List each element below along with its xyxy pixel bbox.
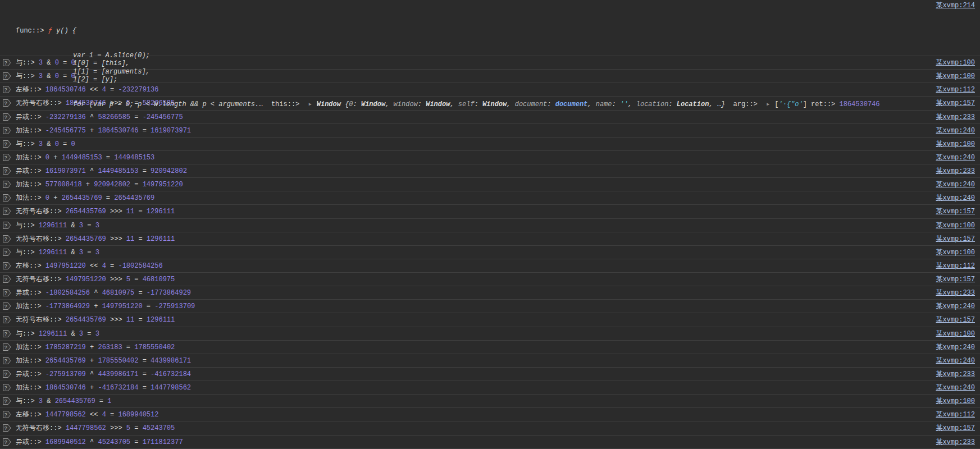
text-segment: 与::> [16, 140, 39, 148]
text-segment: Window [317, 100, 341, 108]
svg-text:?: ? [4, 291, 7, 296]
text-segment: self [458, 100, 475, 108]
svg-text:?: ? [4, 236, 7, 242]
text-segment: << [86, 262, 102, 270]
source-link[interactable]: 某xvmp:214 [936, 2, 975, 10]
text-segment: = [134, 208, 147, 216]
text-segment: = [134, 289, 147, 297]
text-segment: & [43, 397, 55, 405]
unknown-glyph-icon: ? [3, 384, 11, 391]
console-log-row-and: ?与::> 1296111 & 3 = 3某xvmp:100 [0, 327, 980, 341]
source-link[interactable]: 某xvmp:157 [929, 234, 980, 244]
source-link[interactable]: 某xvmp:240 [929, 126, 980, 135]
console-log-row-add: ?加法::> -1773864929 + 1497951220 = -27591… [0, 300, 980, 313]
source-link[interactable]: 某xvmp:100 [929, 329, 980, 338]
console-log-row-unsigned-shift-right: ?无符号右移::> 2654435769 >>> 11 = 1296111某xv… [0, 232, 980, 246]
svg-text:?: ? [4, 318, 7, 323]
text-segment: = [83, 222, 95, 230]
text-segment: 4439986171 [98, 370, 138, 378]
text-segment: name [596, 100, 612, 108]
text-segment: arg::> [733, 100, 758, 108]
text-segment: : [612, 100, 620, 108]
unknown-glyph-icon: ? [3, 208, 11, 215]
log-message: 无符号右移::> 2654435769 >>> 11 = 1296111 [16, 207, 175, 216]
text-segment: >>> [106, 235, 126, 243]
unknown-glyph-icon: ? [3, 438, 11, 446]
source-link[interactable]: 某xvmp:233 [929, 437, 980, 447]
console-log-row-shift-left: ?左移::> 1497951220 << 4 = -1802584256某xvm… [0, 259, 980, 273]
text-segment: 11 [126, 208, 134, 216]
source-link[interactable]: 某xvmp:233 [929, 369, 980, 379]
console-log-row-xor: ?异或::> 1619073971 ^ 1449485153 = 9209428… [0, 164, 980, 178]
text-segment: 加法::> [16, 303, 45, 310]
text-segment: 1497951220 [102, 303, 143, 310]
text-segment: + [86, 127, 98, 135]
source-link[interactable]: 某xvmp:157 [929, 274, 980, 284]
text-segment: >>> [106, 208, 126, 216]
text-segment: = [130, 181, 143, 189]
svg-text:?: ? [4, 88, 7, 93]
function-source-lines: var 1 = A.slice(0);1[0] = [this],1[1] = … [16, 52, 980, 84]
source-link[interactable]: 某xvmp:157 [929, 423, 980, 433]
svg-text:?: ? [4, 141, 7, 147]
source-link[interactable]: 某xvmp:240 [929, 153, 980, 162]
source-link[interactable]: 某xvmp:157 [929, 207, 980, 216]
log-message: 无符号右移::> 2654435769 >>> 11 = 1296111 [16, 315, 175, 324]
text-segment: & [67, 249, 79, 256]
source-link[interactable]: 某xvmp:100 [929, 396, 980, 406]
unknown-glyph-icon: ? [3, 424, 11, 432]
unknown-glyph-icon: ? [3, 113, 11, 121]
text-segment: 1864530746 [840, 100, 880, 108]
function-source-line: 1[2] = [y]; [16, 76, 980, 84]
text-segment: 无符号右移::> [16, 276, 66, 283]
text-segment: -275913709 [154, 303, 195, 310]
console-log-entry-function-dump: 某xvmp:214 func::> ƒ y() { var 1 = A.slic… [0, 0, 980, 56]
source-link[interactable]: 某xvmp:100 [929, 248, 980, 257]
text-segment: 异或::> [16, 167, 45, 175]
text-segment: -245456775 [45, 127, 86, 135]
source-link[interactable]: 某xvmp:240 [929, 342, 980, 352]
text-segment: 加法::> [16, 194, 45, 202]
console-log-row-add: ?加法::> -245456775 + 1864530746 = 1619073… [0, 124, 980, 138]
source-link[interactable]: 某xvmp:240 [929, 356, 980, 365]
text-segment: = [59, 140, 71, 148]
text-segment: 1619073971 [45, 167, 86, 175]
expand-triangle-icon[interactable]: ▶ [765, 102, 771, 107]
source-link[interactable]: 某xvmp:240 [929, 301, 980, 311]
text-segment: 2654435769 [45, 357, 86, 365]
source-link[interactable]: 某xvmp:100 [929, 221, 980, 230]
unknown-glyph-icon: ? [3, 276, 11, 283]
svg-text:?: ? [4, 372, 7, 378]
console-log-row-unsigned-shift-right: ?无符号右移::> 1497951220 >>> 5 = 46810975某xv… [0, 273, 980, 286]
text-segment: 0 [349, 100, 353, 108]
svg-text:?: ? [4, 358, 7, 364]
source-link[interactable]: 某xvmp:157 [929, 315, 980, 324]
svg-text:?: ? [4, 331, 7, 337]
text-segment: = [130, 276, 143, 283]
text-segment: 4 [102, 411, 106, 419]
source-link[interactable]: 某xvmp:233 [929, 288, 980, 297]
log-message: 加法::> -245456775 + 1864530746 = 16190739… [16, 126, 191, 135]
text-segment: Location [677, 100, 709, 108]
console-log-row-unsigned-shift-right: ?无符号右移::> 1447798562 >>> 5 = 45243705某xv… [0, 421, 980, 435]
text-segment: { [341, 100, 349, 108]
source-link[interactable]: 某xvmp:112 [929, 261, 980, 271]
text-segment: 加法::> [16, 357, 45, 365]
source-link[interactable]: 某xvmp:240 [929, 383, 980, 392]
text-segment: 1864530746 [45, 384, 86, 392]
source-link[interactable]: 某xvmp:112 [929, 410, 980, 419]
function-source-line: var 1 = A.slice(0); [16, 52, 980, 60]
unknown-glyph-icon: ? [3, 343, 11, 351]
unknown-glyph-icon: ? [3, 262, 11, 269]
source-link[interactable]: 某xvmp:233 [929, 166, 980, 176]
source-link[interactable]: 某xvmp:240 [929, 180, 980, 189]
text-segment: + [82, 181, 94, 189]
text-segment: 4439986171 [151, 357, 191, 365]
source-link[interactable]: 某xvmp:100 [929, 139, 980, 149]
source-link[interactable]: 某xvmp:240 [929, 193, 980, 203]
svg-text:?: ? [4, 169, 7, 175]
text-segment: 1296111 [147, 316, 175, 324]
text-segment [758, 100, 765, 108]
text-segment: ] [803, 100, 807, 108]
expand-triangle-icon[interactable]: ▶ [308, 102, 313, 107]
